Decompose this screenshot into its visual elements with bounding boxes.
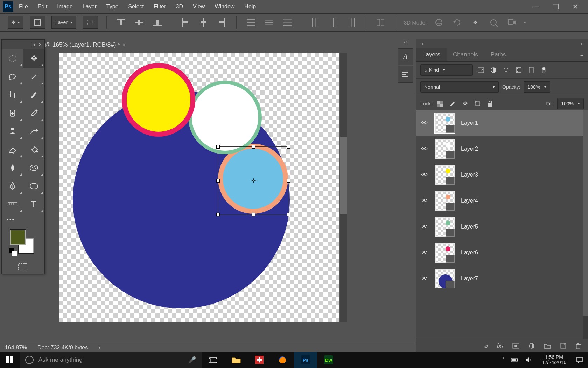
canvas-vscrollbar[interactable] — [340, 53, 347, 322]
tray-up-arrow-icon[interactable]: ˄ — [502, 357, 505, 363]
clone-stamp-tool[interactable] — [2, 122, 23, 141]
character-panel-icon[interactable]: A — [398, 48, 413, 65]
visibility-toggle-icon[interactable]: 👁 — [420, 171, 429, 179]
blend-mode-select[interactable]: Normal▾ — [420, 81, 499, 93]
align-top-icon[interactable] — [115, 16, 127, 28]
filter-type-icon[interactable]: T — [502, 66, 511, 75]
filter-shape-icon[interactable] — [514, 66, 523, 75]
transform-controls-toggle[interactable] — [83, 16, 98, 29]
document-tab-close-icon[interactable]: × — [123, 42, 126, 48]
align-hcenter-icon[interactable] — [198, 16, 210, 28]
action-center-icon[interactable] — [576, 356, 583, 363]
opacity-field[interactable]: 100%▾ — [524, 81, 550, 93]
auto-select-target[interactable]: Layer▾ — [51, 16, 76, 29]
lasso-tool[interactable] — [2, 68, 23, 86]
eraser-tool[interactable] — [2, 141, 23, 159]
distribute-right-icon[interactable] — [346, 16, 358, 28]
taskbar-search[interactable]: Ask me anything 🎤 — [20, 352, 202, 368]
menu-filter[interactable]: Filter — [154, 4, 166, 10]
new-group-icon[interactable] — [544, 343, 551, 349]
fill-field[interactable]: 100%▾ — [557, 98, 584, 109]
document-tab[interactable]: @ 165% (Layer1, RGB/8#) * × — [45, 38, 126, 52]
layer-thumbnail[interactable] — [435, 165, 455, 185]
firefox-icon[interactable] — [271, 352, 294, 368]
battery-icon[interactable] — [511, 357, 519, 362]
layer-row[interactable]: 👁Layer5 — [416, 214, 583, 240]
minimize-button[interactable]: — — [532, 2, 539, 11]
transform-handle-ml[interactable] — [216, 179, 220, 183]
move-tool[interactable]: ✥ — [23, 49, 44, 68]
menu-image[interactable]: Image — [57, 4, 72, 10]
restore-button[interactable]: ❐ — [553, 2, 559, 11]
layer-row[interactable]: 👁Layer6 — [416, 240, 583, 266]
link-layers-icon[interactable]: ⌀ — [484, 342, 488, 349]
layer-row[interactable]: 👁Layer3 — [416, 162, 583, 188]
layer-row[interactable]: 👁Layer4 — [416, 188, 583, 214]
adjustment-layer-icon[interactable] — [528, 343, 535, 349]
menu-select[interactable]: Select — [128, 4, 144, 10]
ellipse-shape-tool[interactable] — [23, 177, 44, 195]
volume-icon[interactable] — [525, 357, 532, 363]
distribute-hcenter-icon[interactable] — [328, 16, 340, 28]
transform-handle-br[interactable] — [287, 213, 290, 216]
menu-3d[interactable]: 3D — [176, 4, 183, 10]
dock-expand-icon[interactable]: ‹‹ — [397, 39, 414, 48]
brush-tool[interactable] — [23, 86, 44, 104]
healing-brush-tool[interactable] — [2, 104, 23, 122]
foreground-color-swatch[interactable] — [10, 230, 26, 245]
magic-wand-tool[interactable] — [23, 68, 44, 86]
blur-tool[interactable] — [2, 159, 23, 177]
layer-fx-icon[interactable]: fx▾ — [497, 342, 503, 349]
layers-vscroll-thumb[interactable] — [583, 110, 588, 316]
filter-smart-icon[interactable] — [527, 66, 536, 75]
paragraph-panel-icon[interactable] — [398, 66, 413, 83]
layer-thumbnail[interactable] — [435, 113, 455, 133]
visibility-toggle-icon[interactable]: 👁 — [420, 120, 429, 127]
layer-thumbnail[interactable] — [435, 191, 455, 211]
app-swiss-icon[interactable]: ✚ — [248, 352, 271, 368]
photoshop-taskbar-icon[interactable]: Ps — [294, 352, 317, 368]
lock-all-icon[interactable] — [486, 99, 495, 108]
start-button[interactable] — [0, 356, 20, 363]
transform-handle-tr[interactable] — [287, 145, 290, 149]
distribute-vcenter-icon[interactable] — [263, 16, 275, 28]
close-tools-icon[interactable]: × — [39, 42, 42, 47]
taskbar-clock[interactable]: 1:56 PM 12/24/2016 — [538, 355, 570, 366]
transform-bounding-box[interactable]: ✛ — [218, 146, 289, 215]
task-view-icon[interactable] — [202, 352, 225, 368]
canvas-vscroll-thumb[interactable] — [340, 137, 347, 214]
document-canvas[interactable]: ✛ — [59, 53, 339, 322]
sponge-tool[interactable] — [23, 159, 44, 177]
layer-thumbnail[interactable] — [435, 243, 455, 263]
zoom-level[interactable]: 164.87% — [5, 345, 27, 351]
eyedropper-tool[interactable] — [23, 104, 44, 122]
visibility-toggle-icon[interactable]: 👁 — [420, 249, 429, 257]
transform-handle-bl[interactable] — [216, 213, 220, 216]
visibility-toggle-icon[interactable]: 👁 — [420, 223, 429, 231]
menu-window[interactable]: Window — [215, 4, 234, 10]
close-button[interactable]: ✕ — [572, 2, 578, 11]
layer-row[interactable]: 👁Layer7 — [416, 266, 583, 292]
transform-handle-tl[interactable] — [216, 145, 220, 149]
layer-filter-kind[interactable]: ⌕Kind▾ — [420, 64, 473, 76]
new-layer-icon[interactable] — [560, 343, 566, 349]
layer-thumbnail[interactable] — [435, 139, 455, 159]
transform-pivot-icon[interactable]: ✛ — [251, 178, 256, 184]
visibility-toggle-icon[interactable]: 👁 — [420, 145, 429, 153]
panel-expand-icon[interactable]: ›› — [581, 41, 584, 46]
tools-more[interactable]: ••• — [2, 213, 44, 226]
auto-select-toggle[interactable] — [30, 16, 45, 29]
mic-icon[interactable]: 🎤 — [188, 356, 196, 364]
lock-position-icon[interactable]: ✥ — [461, 99, 470, 108]
transform-handle-bm[interactable] — [252, 213, 255, 216]
crop-tool[interactable] — [2, 86, 23, 104]
roll-3d-icon[interactable] — [451, 16, 463, 28]
tab-paths[interactable]: Paths — [484, 48, 512, 61]
scale-3d-icon[interactable] — [506, 16, 518, 28]
transform-handle-tm[interactable] — [252, 145, 255, 149]
menu-help[interactable]: Help — [244, 4, 256, 10]
filter-pixel-icon[interactable] — [476, 66, 485, 75]
pen-tool[interactable] — [2, 177, 23, 195]
layer-thumbnail[interactable] — [435, 217, 455, 237]
layer-row[interactable]: 👁Layer2 — [416, 136, 583, 162]
